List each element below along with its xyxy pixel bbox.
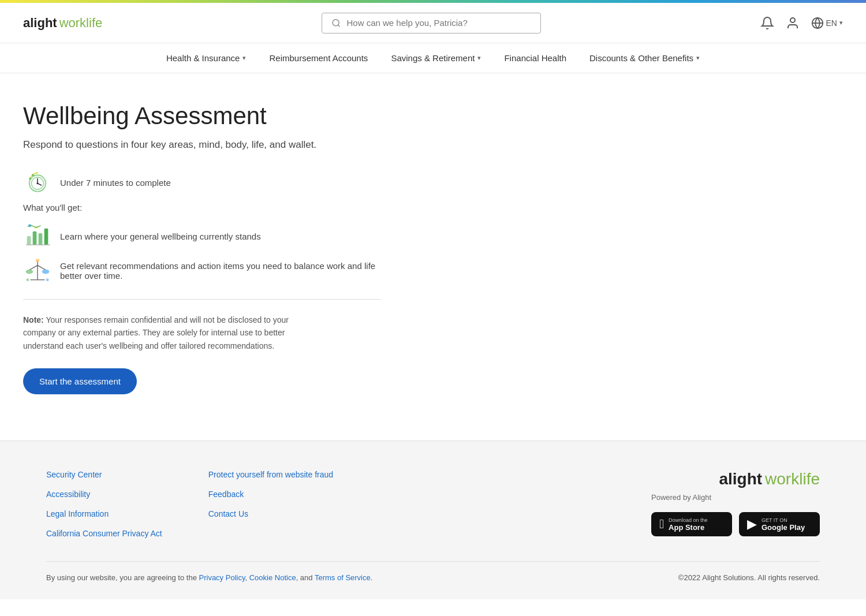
time-feature: Under 7 minutes to complete: [23, 168, 381, 197]
footer-contact[interactable]: Contact Us: [208, 509, 333, 518]
footer-logo-alight: alight: [719, 470, 762, 488]
terms-link[interactable]: Terms of Service: [315, 573, 371, 582]
chart-icon: [23, 222, 52, 251]
svg-rect-15: [44, 229, 48, 245]
balance-icon: [23, 256, 52, 285]
footer-accessibility[interactable]: Accessibility: [46, 490, 162, 499]
user-profile[interactable]: [786, 16, 800, 30]
globe-icon: [811, 17, 824, 29]
app-badges:  Download on the App Store ▶ GET IT ON …: [651, 512, 820, 536]
svg-line-21: [29, 266, 38, 270]
svg-rect-14: [39, 233, 43, 245]
search-box[interactable]: [322, 13, 541, 33]
svg-rect-12: [27, 236, 31, 245]
google-play-badge[interactable]: ▶ GET IT ON Google Play: [739, 512, 820, 536]
page-title: Wellbeing Assessment: [23, 102, 381, 130]
savings-chevron-icon: ▾: [477, 54, 481, 62]
language-selector[interactable]: EN ▾: [811, 17, 843, 29]
cookie-notice-link[interactable]: Cookie Notice: [249, 573, 296, 582]
svg-point-0: [333, 19, 339, 25]
header: alight worklife EN ▾: [0, 3, 866, 43]
benefit-2-text: Get relevant recommendations and action …: [60, 261, 381, 281]
app-store-line1: Download on the: [669, 517, 708, 523]
what-you-get-label: What you'll get:: [23, 203, 381, 212]
discounts-chevron-icon: ▾: [696, 54, 700, 62]
svg-rect-13: [33, 232, 37, 245]
app-store-line2: App Store: [669, 523, 708, 532]
lang-chevron-icon: ▾: [839, 19, 843, 27]
footer-bottom: By using our website, you are agreeing t…: [46, 561, 820, 582]
footer-ccpa[interactable]: California Consumer Privacy Act: [46, 529, 162, 538]
nav-financial-health[interactable]: Financial Health: [504, 53, 566, 63]
footer-legal-information[interactable]: Legal Information: [46, 509, 162, 518]
footer-feedback[interactable]: Feedback: [208, 490, 333, 499]
logo-worklife: worklife: [59, 16, 103, 31]
footer: Security Center Accessibility Legal Info…: [0, 440, 866, 599]
footer-links-col1: Security Center Accessibility Legal Info…: [46, 470, 162, 538]
privacy-policy-link[interactable]: Privacy Policy: [199, 573, 245, 582]
benefit-1-text: Learn where your general wellbeing curre…: [60, 232, 261, 241]
svg-line-1: [338, 25, 339, 27]
note-label: Note:: [23, 315, 44, 324]
footer-main: Security Center Accessibility Legal Info…: [46, 470, 820, 538]
svg-point-10: [29, 178, 31, 180]
google-play-line2: Google Play: [762, 523, 805, 532]
footer-fraud[interactable]: Protect yourself from website fraud: [208, 470, 333, 479]
svg-point-11: [32, 174, 34, 176]
app-store-badge[interactable]:  Download on the App Store: [651, 512, 732, 536]
google-play-line1: GET IT ON: [762, 517, 805, 523]
svg-rect-26: [36, 259, 39, 261]
time-label: Under 7 minutes to complete: [60, 178, 171, 188]
footer-security-center[interactable]: Security Center: [46, 470, 162, 479]
header-icons: EN ▾: [760, 16, 843, 30]
powered-by: Powered by Alight: [651, 493, 711, 502]
svg-point-27: [26, 278, 29, 281]
bell-icon: [760, 16, 774, 30]
svg-point-28: [46, 278, 49, 281]
nav-health-insurance[interactable]: Health & Insurance ▾: [166, 53, 247, 63]
nav-savings[interactable]: Savings & Retirement ▾: [391, 53, 481, 63]
benefit-2: Get relevant recommendations and action …: [23, 256, 381, 285]
svg-point-2: [790, 18, 795, 23]
google-play-icon: ▶: [747, 517, 757, 532]
footer-brand: alight worklife Powered by Alight  Down…: [651, 470, 820, 538]
subtitle: Respond to questions in four key areas, …: [23, 139, 381, 151]
search-icon: [331, 18, 341, 28]
copyright: ©2022 Alight Solutions. All rights reser…: [678, 573, 820, 582]
svg-line-22: [38, 266, 46, 270]
svg-point-9: [36, 182, 38, 184]
footer-bottom-text: By using our website, you are agreeing t…: [46, 573, 372, 582]
svg-point-23: [26, 270, 33, 274]
apple-icon: : [659, 517, 664, 532]
main-nav: Health & Insurance ▾ Reimbursement Accou…: [0, 43, 866, 73]
notification-bell[interactable]: [760, 16, 774, 30]
logo-alight: alight: [23, 16, 57, 31]
start-assessment-button[interactable]: Start the assessment: [23, 368, 137, 394]
benefit-1: Learn where your general wellbeing curre…: [23, 222, 381, 251]
clock-icon: [23, 168, 52, 197]
user-icon: [786, 16, 800, 30]
footer-logo: alight worklife: [719, 470, 820, 488]
footer-links-col2: Protect yourself from website fraud Feed…: [208, 470, 333, 538]
divider: [23, 299, 381, 300]
nav-discounts[interactable]: Discounts & Other Benefits ▾: [589, 53, 700, 63]
note-text: Note: Your responses remain confidential…: [23, 313, 312, 352]
health-chevron-icon: ▾: [242, 54, 246, 62]
svg-point-24: [42, 270, 50, 274]
main-content: Wellbeing Assessment Respond to question…: [0, 73, 404, 440]
footer-logo-worklife: worklife: [765, 470, 820, 488]
language-label: EN: [826, 18, 837, 28]
search-input[interactable]: [347, 18, 531, 28]
logo[interactable]: alight worklife: [23, 16, 102, 31]
nav-reimbursement[interactable]: Reimbursement Accounts: [269, 53, 368, 63]
